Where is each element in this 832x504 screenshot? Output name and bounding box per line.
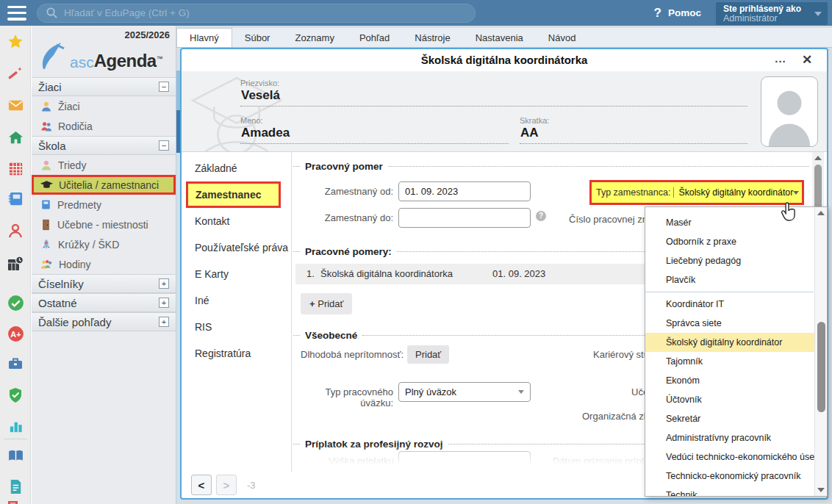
dropdown-item[interactable]: Administratívny pracovník [645,428,814,447]
dropdown-item[interactable]: Plavčík [645,270,814,289]
scroll-up-icon[interactable] [817,211,825,215]
session-user: Administrátor [723,14,813,24]
sidebar-item-kruzky-skd[interactable]: Krúžky / ŠKD [32,234,176,254]
home-icon[interactable] [6,128,25,147]
tab-zoznamy[interactable]: Zoznamy [282,28,346,47]
people-group-icon [40,259,53,270]
dropdown-item-selected[interactable]: Školský digitálny koordinátor [645,333,814,352]
student-icon [40,101,52,112]
expand-icon[interactable]: + [159,317,169,327]
dropdown-item[interactable]: Ekonóm [645,371,814,390]
dropdown-item[interactable]: Odborník z praxe [645,232,814,251]
tab-nastroje[interactable]: Nástroje [402,28,462,47]
dropdown-item[interactable]: Účtovník [645,390,814,409]
employed-from-label: Zamestnaný od: [293,186,393,197]
close-icon[interactable]: ✕ [796,49,818,71]
expand-icon[interactable]: + [159,298,169,308]
tab-pohlad[interactable]: Pohľad [347,28,402,47]
search-box[interactable] [37,4,476,23]
session-dropdown[interactable]: Ste prihlásený ako Administrátor [716,2,828,25]
surname-field[interactable]: Priezvisko: Veselá [240,79,747,107]
shield-icon[interactable] [6,386,25,405]
next-record-button[interactable]: > [216,475,237,495]
menu-icon[interactable] [7,6,26,21]
wand-icon[interactable] [6,64,25,83]
dialog-nav-zakladne[interactable]: Základné [182,155,291,181]
shortname-field[interactable]: Skratka: AA [520,116,747,144]
tab-navod[interactable]: Návod [536,28,589,47]
pager-info: -3 [247,480,256,491]
dialog-nav-registratura[interactable]: Registratúra [182,340,291,367]
sidebar-section-ciselniky[interactable]: Číselníky + [32,274,176,293]
dialog-nav-pouzivatelske-prava[interactable]: Používateľské práva [182,234,291,261]
sidebar-item-ziaci[interactable]: Žiaci [32,96,176,116]
employed-from-input[interactable] [398,181,531,201]
tab-subor[interactable]: Súbor [232,28,283,47]
notebook-icon[interactable] [6,189,25,208]
employee-type-dropdown: Masér Odborník z praxe Liečebný pedagóg … [645,206,828,497]
collapse-icon[interactable]: − [159,82,169,92]
sidebar-item-hodiny[interactable]: Hodiny [32,254,176,274]
dropdown-item[interactable]: Technicko-ekonomický pracovník [645,467,814,486]
briefcase-icon[interactable] [6,354,25,373]
workload-type-select[interactable]: Plný úväzok [398,382,531,402]
dropdown-item[interactable]: Sekretár [645,409,814,428]
allowance-input[interactable] [398,451,531,471]
dropdown-item[interactable]: Vedúci technicko-ekonomického úseku [645,447,814,467]
book-icon[interactable] [6,446,25,465]
dropdown-item[interactable]: Technik [645,486,814,497]
scrollbar-thumb[interactable] [817,322,825,412]
tab-nastavenia[interactable]: Nastavenia [463,28,536,47]
firstname-field[interactable]: Meno: Amadea [240,116,509,144]
schedule-icon[interactable] [6,254,25,273]
dropdown-item[interactable]: Tajomník [645,352,814,371]
dropdown-item[interactable]: Liečebný pedagóg [645,251,814,270]
dialog-nav-ris[interactable]: RIS [182,314,291,340]
sidebar-item-ucitelia-zamestnanci[interactable]: Učitelia / zamestnanci [32,175,176,195]
chart-icon[interactable] [6,417,25,436]
person-icon[interactable] [6,221,25,240]
sidebar-item-predmety[interactable]: Predmety [32,195,176,215]
sidebar-item-ucebne-miestnosti[interactable]: Učebne - miestnosti [32,215,176,234]
employed-to-input[interactable] [398,208,531,228]
dialog-nav-kontakt[interactable]: Kontakt [182,208,291,234]
tab-hlavny[interactable]: Hlavný [176,28,232,47]
sidebar-section-ostatne[interactable]: Ostatné + [32,293,176,312]
prev-record-button[interactable]: < [191,475,212,495]
dropdown-scrollbar[interactable] [814,207,827,496]
dropdown-item[interactable]: Koordinátor IT [645,295,814,314]
sidebar-section-dalsie-pohlady[interactable]: Ďalšie pohľady + [32,312,176,331]
absence-add-button[interactable]: Pridať [407,345,449,364]
employee-type-select[interactable]: Školský digitálny koordinátor [673,187,799,198]
help-button[interactable]: ? Pomoc [654,6,701,21]
check-circle-icon[interactable] [6,293,25,312]
more-icon[interactable]: ... [770,49,792,71]
expand-icon[interactable]: + [159,278,169,289]
sidebar-section-ziaci[interactable]: Žiaci − [32,77,176,96]
grade-icon[interactable]: A+ [6,324,25,343]
search-input[interactable] [64,7,466,18]
sidebar-item-triedy[interactable]: Triedy [32,155,176,175]
sidebar-section-skola[interactable]: Škola − [32,136,176,155]
dropdown-item[interactable]: Správca siete [645,314,814,333]
dialog-nav-ine[interactable]: Iné [182,287,291,314]
mail-icon[interactable] [6,96,25,115]
help-icon[interactable]: ? [536,211,546,221]
calendar-grid-icon[interactable] [6,159,25,178]
star-icon[interactable] [6,32,25,51]
dialog-nav-e-karty[interactable]: E Karty [182,261,291,287]
document-icon[interactable] [6,477,25,496]
subject-book-icon [40,199,51,210]
dropdown-item[interactable]: Masér [645,213,814,232]
chat-icon[interactable] [6,497,25,504]
sidebar-item-rodicia[interactable]: Rodičia [32,116,176,136]
dropdown-divider [645,292,814,292]
graduation-cap-icon [40,180,53,190]
rocket-icon [40,239,52,251]
avatar[interactable] [761,76,818,147]
scroll-up-icon[interactable] [814,156,822,160]
collapse-icon[interactable]: − [159,140,169,151]
dialog-nav-zamestnanec[interactable]: Zamestnanec [186,181,281,208]
scroll-down-icon[interactable] [817,488,825,492]
add-employment-button[interactable]: + Pridať [301,293,352,314]
